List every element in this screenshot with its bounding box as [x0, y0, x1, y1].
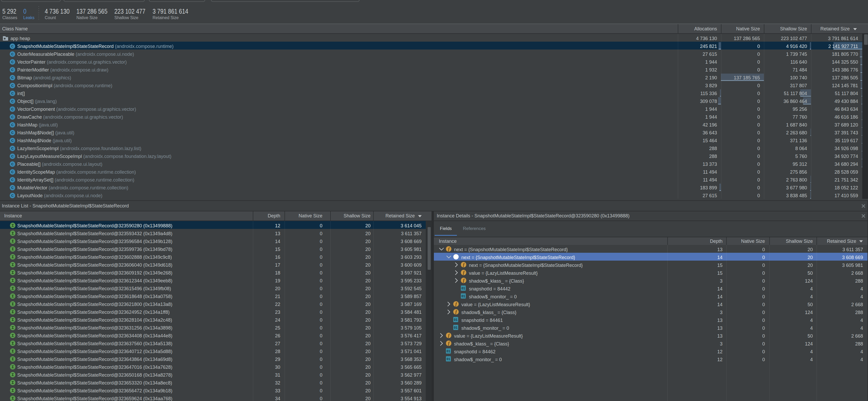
svg-text:C: C — [11, 107, 14, 111]
svg-text:C: C — [11, 154, 14, 158]
svg-text:C: C — [11, 146, 14, 150]
svg-text:C: C — [11, 139, 14, 142]
svg-text:01: 01 — [462, 287, 465, 290]
svg-text:C: C — [11, 84, 14, 87]
svg-text:01: 01 — [447, 349, 451, 353]
svg-text:C: C — [11, 60, 14, 64]
svg-text:C: C — [11, 194, 14, 198]
svg-text:C: C — [11, 76, 14, 80]
svg-text:C: C — [11, 44, 14, 48]
svg-text:C: C — [11, 170, 14, 174]
svg-text:C: C — [11, 115, 14, 119]
svg-text:01: 01 — [454, 326, 458, 330]
svg-text:01: 01 — [462, 294, 465, 298]
svg-text:C: C — [11, 123, 14, 127]
svg-text:01: 01 — [447, 357, 451, 361]
svg-text:C: C — [11, 68, 14, 72]
svg-text:C: C — [11, 99, 14, 103]
svg-text:C: C — [11, 131, 14, 135]
svg-text:C: C — [11, 52, 14, 56]
svg-text:C: C — [11, 178, 14, 182]
svg-text:C: C — [11, 186, 14, 190]
svg-text:C: C — [11, 162, 14, 166]
svg-text:01: 01 — [454, 318, 458, 322]
svg-text:C: C — [11, 91, 14, 95]
